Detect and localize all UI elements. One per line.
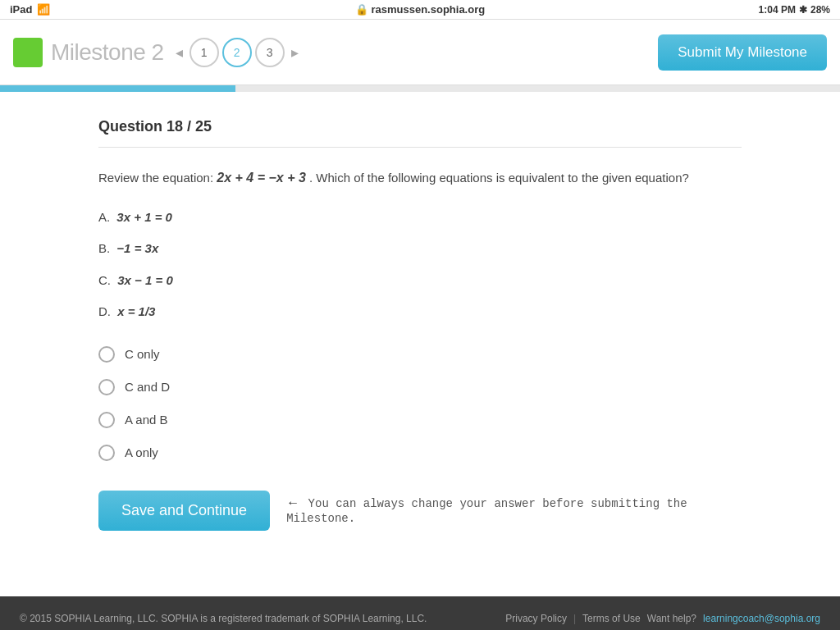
status-bar-center: 🔒 rasmussen.sophia.org: [355, 3, 485, 16]
header-nav: ◂ 1 2 3 ▸: [172, 38, 302, 67]
choice-d: D. x = 1/3: [98, 303, 742, 322]
terms-of-use-link[interactable]: Terms of Use: [582, 613, 641, 624]
submit-milestone-button[interactable]: Submit My Milestone: [658, 34, 827, 71]
choice-a: A. 3x + 1 = 0: [98, 208, 742, 227]
wifi-icon: 📶: [37, 3, 50, 16]
radio-c-only: [98, 346, 115, 363]
battery-display: 28%: [810, 4, 830, 16]
answer-option-a-only[interactable]: A only: [98, 445, 742, 461]
footer-divider-1: |: [573, 613, 576, 624]
page-footer: © 2015 SOPHIA Learning, LLC. SOPHIA is a…: [0, 596, 840, 630]
choice-c: C. 3x − 1 = 0: [98, 272, 742, 290]
progress-bar-fill: [0, 85, 235, 92]
answer-option-a-and-b[interactable]: A and B: [98, 412, 742, 428]
prev-arrow[interactable]: ◂: [172, 43, 186, 62]
radio-a-and-b: [98, 412, 115, 428]
copyright-text: © 2015 SOPHIA Learning, LLC. SOPHIA is a…: [20, 613, 427, 624]
email-link[interactable]: learningcoach@sophia.org: [703, 613, 820, 624]
radio-a-only: [98, 445, 115, 461]
bluetooth-icon: ✱: [799, 4, 807, 16]
save-continue-button[interactable]: Save and Continue: [98, 491, 270, 531]
privacy-policy-link[interactable]: Privacy Policy: [505, 613, 567, 624]
question-header: Question 18 / 25: [98, 118, 742, 148]
footer-actions: Save and Continue ← You can always chang…: [98, 491, 742, 531]
header: Milestone 2 ◂ 1 2 3 ▸ Submit My Mileston…: [0, 20, 840, 85]
url-display: rasmussen.sophia.org: [371, 3, 485, 16]
hint-arrow-icon: ←: [286, 495, 299, 509]
answer-label-c-only: C only: [125, 347, 160, 361]
hint-text: You can always change your answer before…: [286, 497, 687, 525]
lock-icon: 🔒: [355, 3, 368, 16]
choice-b: B. −1 = 3x: [98, 240, 742, 258]
progress-bar-container: [0, 85, 840, 92]
next-arrow[interactable]: ▸: [288, 43, 302, 62]
question-text: Review the equation: 2x + 4 = −x + 3 . W…: [98, 167, 742, 189]
radio-c-and-d: [98, 379, 115, 395]
nav-btn-3[interactable]: 3: [255, 38, 285, 67]
hint-container: ← You can always change your answer befo…: [286, 495, 742, 525]
answer-label-a-only: A only: [125, 445, 158, 459]
choices-list: A. 3x + 1 = 0 B. −1 = 3x C. 3x − 1 = 0 D…: [98, 208, 742, 322]
milestone-label: Milestone 2: [51, 39, 164, 66]
equation-display: 2x + 4 = −x + 3: [217, 171, 306, 185]
footer-links: Privacy Policy | Terms of Use Want help?…: [505, 613, 820, 624]
main-content: Question 18 / 25 Review the equation: 2x…: [0, 92, 840, 596]
answer-label-a-and-b: A and B: [125, 413, 168, 427]
answer-option-c-and-d[interactable]: C and D: [98, 379, 742, 395]
green-badge: [13, 38, 43, 67]
header-left: Milestone 2 ◂ 1 2 3 ▸: [13, 38, 302, 67]
nav-btn-1[interactable]: 1: [189, 38, 219, 67]
question-intro: Review the equation:: [98, 171, 213, 185]
ipad-label: iPad: [10, 3, 32, 16]
status-bar-right: 1:04 PM ✱ 28%: [759, 4, 830, 16]
time-display: 1:04 PM: [759, 4, 796, 16]
answer-options: C only C and D A and B A only: [98, 346, 742, 461]
question-suffix: . Which of the following equations is eq…: [309, 171, 689, 185]
answer-option-c-only[interactable]: C only: [98, 346, 742, 363]
nav-btn-2[interactable]: 2: [222, 38, 252, 67]
status-bar: iPad 📶 🔒 rasmussen.sophia.org 1:04 PM ✱ …: [0, 0, 840, 20]
status-bar-left: iPad 📶: [10, 3, 50, 16]
want-help-text: Want help?: [647, 613, 696, 624]
answer-label-c-and-d: C and D: [125, 380, 170, 394]
